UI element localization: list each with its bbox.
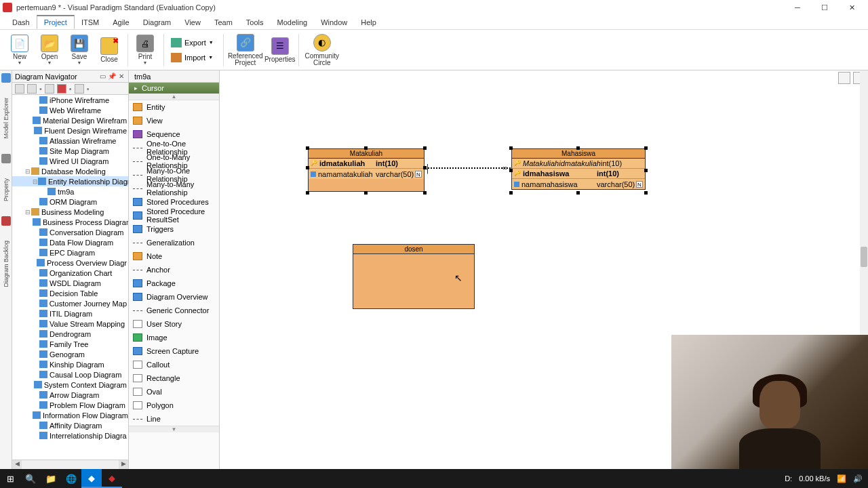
tree-item[interactable]: Atlassian Wireframe <box>12 136 128 146</box>
tree-item[interactable]: Decision Table <box>12 288 128 298</box>
tree-item[interactable]: Family Tree <box>12 339 128 349</box>
app-taskbar-icon[interactable]: ◆ <box>81 469 102 488</box>
tree-item[interactable]: Site Map Diagram <box>12 146 128 156</box>
table-row[interactable]: 🔑 idmatakuliah int(10) <box>309 159 424 169</box>
nav-tool-1[interactable] <box>15 84 24 94</box>
close-button[interactable]: ✕ <box>838 0 865 15</box>
tree-item[interactable]: WSDL Diagram <box>12 278 128 288</box>
tree-item[interactable]: Affinity Diagram <box>12 420 128 430</box>
close-project-button[interactable]: ✖Close <box>95 31 123 69</box>
search-button[interactable]: 🔍 <box>20 469 41 488</box>
tree-item[interactable]: Causal Loop Diagram <box>12 369 128 380</box>
start-button[interactable]: ⊞ <box>0 469 20 488</box>
tree-item[interactable]: Problem Flow Diagram <box>12 400 128 410</box>
tree-item[interactable]: EPC Diagram <box>12 247 128 258</box>
palette-item[interactable]: Triggers <box>129 222 219 236</box>
menu-tab-modeling[interactable]: Modeling <box>271 16 315 28</box>
referenced-project-button[interactable]: 🔗Referenced Project <box>226 31 264 69</box>
tree-item[interactable]: Material Design Wirefram <box>12 115 128 125</box>
diagram-backlog-icon[interactable] <box>1 216 11 226</box>
tree-item[interactable]: ITIL Diagram <box>12 308 128 319</box>
palette-item[interactable]: Line <box>129 412 219 426</box>
palette-item[interactable]: Generic Connector <box>129 304 219 317</box>
navigator-tree[interactable]: iPhone WireframeWeb WireframeMaterial De… <box>12 95 128 460</box>
vp-taskbar-icon[interactable]: ◆ <box>102 469 122 488</box>
entity-matakuliah[interactable]: Matakuliah 🔑 idmatakuliah int(10) namama… <box>308 148 425 192</box>
tree-item[interactable]: Value Stream Mapping <box>12 319 128 329</box>
print-button[interactable]: 🖨Print▼ <box>131 31 159 69</box>
tree-item[interactable]: Customer Journey Map <box>12 298 128 308</box>
palette-item[interactable]: View <box>129 114 219 127</box>
new-button[interactable]: 📄New▼ <box>5 31 34 69</box>
tree-item[interactable]: Information Flow Diagram <box>12 410 128 420</box>
nav-tool-3[interactable] <box>45 84 54 94</box>
palette-cursor-tool[interactable]: Cursor <box>129 83 219 94</box>
tree-item[interactable]: ⊟Business Modeling <box>12 207 128 217</box>
palette-item[interactable]: Stored Procedures <box>129 195 219 209</box>
palette-item[interactable]: Diagram Overview <box>129 290 219 304</box>
tree-item[interactable]: ⊟Entity Relationship Diagr <box>12 176 128 186</box>
export-button[interactable]: Export ▼ <box>167 37 218 49</box>
tree-item[interactable]: Web Wireframe <box>12 105 128 115</box>
property-icon[interactable] <box>1 154 11 163</box>
palette-item[interactable]: Screen Capture <box>129 344 219 358</box>
menu-tab-team[interactable]: Team <box>208 16 239 28</box>
community-circle-button[interactable]: ◐Community Circle <box>302 31 342 69</box>
tree-item[interactable]: Wired UI Diagram <box>12 156 128 166</box>
tree-item[interactable]: Fluent Design Wireframe <box>12 125 128 136</box>
menu-tab-window[interactable]: Window <box>314 16 354 28</box>
system-tray[interactable]: D: 0.00 kB/s 📶 🔊 <box>785 474 868 483</box>
tree-item[interactable]: iPhone Wireframe <box>12 95 128 105</box>
wifi-icon[interactable]: 📶 <box>837 474 846 483</box>
tree-item[interactable]: Data Flow Diagram <box>12 237 128 247</box>
canvas-btn-1[interactable] <box>838 72 850 84</box>
palette-item[interactable]: Stored Procedure ResultSet <box>129 209 219 222</box>
properties-button[interactable]: ☰Properties <box>266 31 294 69</box>
palette-scroll-up[interactable]: ▲ <box>129 94 219 100</box>
import-button[interactable]: Import ▼ <box>167 52 218 64</box>
tree-item[interactable]: Kinship Diagram <box>12 359 128 369</box>
navigator-hscrollbar[interactable]: ◀▶ <box>12 460 128 469</box>
minimize-button[interactable]: ─ <box>784 0 811 15</box>
palette-item[interactable]: Many-to-Many Relationship <box>129 182 219 195</box>
nav-close-icon[interactable]: ✕ <box>117 73 125 81</box>
tree-item[interactable]: Process Overview Diagr <box>12 258 128 268</box>
tree-item[interactable]: Business Process Diagram <box>12 217 128 227</box>
save-button[interactable]: 💾Save▼ <box>65 31 94 69</box>
canvas-tab-label[interactable]: tm9a <box>134 73 151 81</box>
tree-item[interactable]: ⊟Database Modeling <box>12 166 128 176</box>
tree-item[interactable]: Dendrogram <box>12 329 128 339</box>
palette-item[interactable]: Polygon <box>129 399 219 412</box>
menu-tab-project[interactable]: Project <box>37 15 75 29</box>
chrome-taskbar-icon[interactable]: 🌐 <box>61 469 81 488</box>
palette-item[interactable]: One-to-Many Relationship <box>129 155 219 168</box>
palette-item[interactable]: Entity <box>129 100 219 114</box>
menu-tab-dash[interactable]: Dash <box>5 16 37 28</box>
table-row[interactable]: 🔑 Matakuliahidmatakuliah int(10) <box>512 159 645 169</box>
volume-icon[interactable]: 🔊 <box>853 474 863 483</box>
entity-mahasiswa[interactable]: Mahasiswa 🔑 Matakuliahidmatakuliah int(1… <box>511 148 646 190</box>
tree-item[interactable]: tm9a <box>12 186 128 197</box>
palette-item[interactable]: Generalization <box>129 236 219 249</box>
open-button[interactable]: 📂Open▼ <box>35 31 64 69</box>
tree-item[interactable]: Conversation Diagram <box>12 227 128 237</box>
tree-item[interactable]: Interrelationship Diagra <box>12 430 128 441</box>
palette-item[interactable]: One-to-One Relationship <box>129 141 219 155</box>
maximize-button[interactable]: ☐ <box>811 0 838 15</box>
nav-tool-2[interactable] <box>27 84 37 94</box>
tree-item[interactable]: Arrow Diagram <box>12 390 128 400</box>
palette-item[interactable]: Image <box>129 331 219 344</box>
nav-maximize-icon[interactable]: ▭ <box>98 73 106 81</box>
tree-item[interactable]: System Context Diagram <box>12 380 128 390</box>
diagram-backlog-tab[interactable]: Diagram Backlog <box>2 238 10 290</box>
menu-tab-help[interactable]: Help <box>354 16 383 28</box>
palette-item[interactable]: Package <box>129 277 219 290</box>
tree-item[interactable]: Organization Chart <box>12 268 128 278</box>
menu-tab-agile[interactable]: Agile <box>106 16 136 28</box>
palette-item[interactable]: Many-to-One Relationship <box>129 168 219 182</box>
palette-item[interactable]: User Story <box>129 317 219 331</box>
palette-item[interactable]: Note <box>129 249 219 263</box>
property-tab[interactable]: Property <box>2 176 10 204</box>
relationship-line[interactable] <box>425 167 511 169</box>
palette-item[interactable]: Anchor <box>129 263 219 277</box>
